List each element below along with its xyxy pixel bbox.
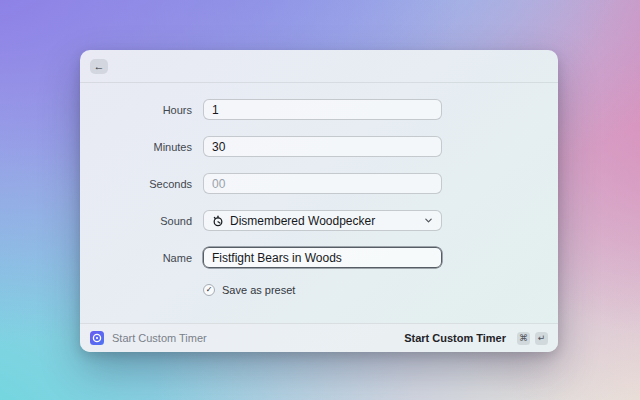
footer-command-title: Start Custom Timer — [112, 332, 207, 344]
hours-row: Hours — [80, 99, 442, 120]
checkbox-checked-icon[interactable]: ✓ — [203, 284, 215, 296]
name-label: Name — [80, 252, 192, 264]
hours-label: Hours — [80, 104, 192, 116]
return-key-icon: ↵ — [535, 332, 548, 345]
custom-timer-window: ← Hours Minutes Seconds Sound — [80, 50, 558, 352]
primary-action-label: Start Custom Timer — [404, 332, 506, 344]
command-key-icon: ⌘ — [517, 332, 530, 345]
action-bar: Start Custom Timer Start Custom Timer ⌘ … — [80, 323, 558, 352]
save-as-preset-label: Save as preset — [222, 284, 295, 296]
seconds-row: Seconds — [80, 173, 442, 194]
seconds-input[interactable] — [203, 173, 442, 194]
timer-form: Hours Minutes Seconds Sound — [80, 83, 558, 296]
primary-action[interactable]: Start Custom Timer ⌘ ↵ — [404, 332, 548, 345]
name-input[interactable] — [203, 247, 442, 268]
window-header: ← — [80, 50, 558, 83]
chevron-down-icon — [424, 216, 433, 225]
sound-dropdown[interactable]: Dismembered Woodpecker — [203, 210, 442, 231]
minutes-label: Minutes — [80, 141, 192, 153]
back-arrow-icon: ← — [94, 61, 105, 72]
sound-row: Sound Dismembered Woodpecker — [80, 210, 442, 231]
stopwatch-icon — [212, 215, 224, 227]
sound-selected-value: Dismembered Woodpecker — [230, 214, 418, 228]
timer-app-icon — [90, 331, 104, 345]
name-row: Name — [80, 247, 442, 268]
minutes-input[interactable] — [203, 136, 442, 157]
minutes-row: Minutes — [80, 136, 442, 157]
sound-label: Sound — [80, 215, 192, 227]
save-as-preset-checkbox-row[interactable]: ✓ Save as preset — [203, 284, 558, 296]
seconds-label: Seconds — [80, 178, 192, 190]
check-icon: ✓ — [206, 286, 213, 294]
command-key-glyph: ⌘ — [519, 334, 528, 343]
back-button[interactable]: ← — [90, 59, 108, 74]
return-key-glyph: ↵ — [538, 334, 546, 343]
hours-input[interactable] — [203, 99, 442, 120]
